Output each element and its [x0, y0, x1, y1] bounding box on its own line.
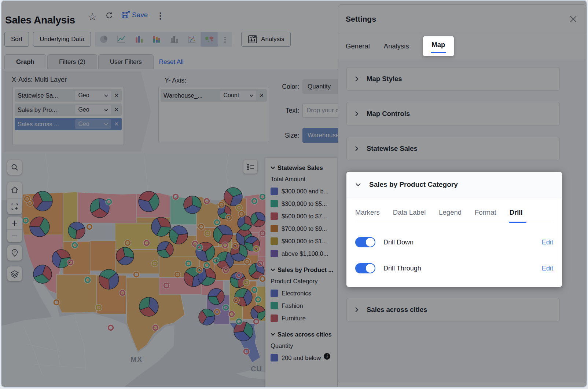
legend-section-title[interactable]: Statewise Sales: [271, 162, 336, 173]
refresh-icon[interactable]: [105, 11, 114, 20]
chevron-right-icon: [355, 307, 359, 313]
x-axis-dropzone[interactable]: Statewise Sa... Geo ✕ Sales by Pro... Ge…: [12, 87, 124, 145]
map-layers-button[interactable]: [7, 266, 22, 281]
underlying-data-button[interactable]: Underlying Data: [33, 32, 91, 47]
map-search-button[interactable]: [7, 160, 22, 175]
accordion-map-styles[interactable]: Map Styles: [346, 67, 560, 91]
chevron-down-icon: [355, 183, 361, 186]
analysis-button[interactable]: Analysis: [241, 32, 291, 47]
legend-entry: $500,000 to $7...: [271, 210, 336, 222]
pie-chart-icon[interactable]: [95, 32, 113, 47]
remove-chip-icon[interactable]: ✕: [259, 92, 264, 99]
home-extent-icon[interactable]: [7, 182, 22, 198]
geo-type-select[interactable]: Geo: [75, 105, 111, 114]
axis-chip-sales-by-product[interactable]: Sales by Pro... Geo ✕: [15, 103, 122, 116]
aggregate-select[interactable]: Count: [220, 91, 256, 100]
drill-down-edit-link[interactable]: Edit: [542, 239, 553, 246]
legend-entry-label: $300,000 to $5...: [282, 200, 327, 207]
zoom-out-icon[interactable]: [7, 229, 22, 242]
legend-entry-label: $500,000 to $7...: [282, 213, 327, 220]
legend-entry: Electronics: [271, 287, 336, 299]
tab-data-label[interactable]: Data Label: [393, 208, 426, 223]
scatter-chart-icon[interactable]: [183, 32, 201, 47]
map-chart-icon[interactable]: [201, 32, 218, 47]
geo-type-select[interactable]: Geo: [75, 91, 111, 100]
settings-tab-map[interactable]: Map: [423, 36, 454, 56]
drill-through-edit-link[interactable]: Edit: [542, 265, 553, 272]
axis-chip-warehouse[interactable]: Warehouse_... Count ✕: [161, 89, 267, 102]
reset-all-link[interactable]: Reset All: [159, 58, 184, 66]
legend-entry: $900,000 to $1...: [271, 235, 336, 247]
remove-chip-icon[interactable]: ✕: [114, 121, 119, 127]
legend-entry-label: above $1,100,0...: [282, 250, 328, 257]
tab-user-filters[interactable]: User Filters: [98, 54, 154, 69]
column-chart-icon[interactable]: [165, 32, 183, 47]
y-axis-dropzone[interactable]: Warehouse_... Count ✕: [158, 87, 269, 142]
legend-entry: 200 and belowi: [271, 352, 336, 364]
save-button[interactable]: * Save: [121, 11, 148, 19]
remove-chip-icon[interactable]: ✕: [114, 92, 119, 99]
drill-through-toggle[interactable]: [355, 263, 375, 273]
accordion-sales-by-product-category: Sales by Product Category Markers Data L…: [346, 172, 562, 287]
legend-entry: above $1,100,0...: [271, 247, 336, 260]
legend-entry: Furniture: [271, 312, 336, 324]
accordion-statewise-sales[interactable]: Statewise Sales: [346, 137, 560, 160]
zoom-in-icon[interactable]: [7, 217, 22, 229]
tab-filters[interactable]: Filters (2): [47, 54, 97, 69]
geo-type-select[interactable]: Geo: [75, 119, 111, 129]
active-tab-underline: [431, 52, 446, 53]
view-tabs: Graph Filters (2) User Filters Reset All: [4, 54, 184, 69]
settings-title: Settings: [346, 15, 376, 23]
tab-legend[interactable]: Legend: [439, 208, 462, 223]
chevron-down-icon: [104, 123, 108, 126]
chevron-down-icon: [104, 109, 108, 111]
favorite-star-icon[interactable]: ☆: [88, 11, 97, 23]
close-icon[interactable]: [569, 14, 578, 24]
info-icon[interactable]: i: [324, 353, 330, 360]
app-window: Sales Analysis ☆ * Save ⋮ Sort Underlyin…: [1, 0, 587, 388]
legend-toggle-button[interactable]: [243, 160, 257, 174]
tab-markers[interactable]: Markers: [355, 208, 380, 223]
bar-chart-icon[interactable]: [130, 32, 148, 47]
axis-chip-statewise-sales[interactable]: Statewise Sa... Geo ✕: [15, 89, 122, 102]
chevron-right-icon: [355, 111, 359, 117]
layer-settings-tabs: Markers Data Label Legend Format Drill: [346, 197, 562, 223]
legend-entry: $300,000 and b...: [271, 185, 336, 197]
legend-section: Statewise SalesTotal Amount$300,000 and …: [271, 162, 336, 260]
settings-tab-general[interactable]: General: [346, 42, 370, 50]
remove-chip-icon[interactable]: ✕: [114, 106, 119, 113]
accordion-map-controls[interactable]: Map Controls: [346, 102, 560, 126]
axis-chip-sales-across-cities[interactable]: Sales across ... Geo ✕: [15, 118, 122, 130]
tab-format[interactable]: Format: [475, 208, 496, 223]
chevron-right-icon: [355, 146, 359, 152]
accordion-header-sales-by-product-category[interactable]: Sales by Product Category: [346, 172, 562, 197]
map-locate-group: ?: [7, 245, 22, 261]
chart-toolbar: Sort Underlying Data ⋮: [4, 32, 291, 47]
more-options-icon[interactable]: ⋮: [156, 11, 165, 21]
drill-down-toggle[interactable]: [355, 237, 375, 247]
sort-button[interactable]: Sort: [4, 32, 29, 47]
tab-graph[interactable]: Graph: [4, 54, 46, 69]
map-canvas[interactable]: MX CU ?: [1, 153, 338, 388]
svg-text:?: ?: [14, 250, 15, 254]
save-label: Save: [132, 11, 148, 19]
legend-entry-label: Electronics: [282, 290, 311, 297]
layers-icon[interactable]: [7, 266, 22, 281]
legend-section: Sales by Product ...Product CategoryElec…: [271, 264, 336, 324]
legend-swatch: [271, 212, 278, 220]
more-chart-types-icon[interactable]: ⋮: [218, 35, 232, 44]
toggle-knob: [366, 238, 375, 247]
legend-swatch: [271, 315, 278, 322]
legend-panel: Statewise SalesTotal Amount$300,000 and …: [265, 158, 337, 388]
legend-section-title[interactable]: Sales across cities: [271, 329, 336, 340]
zoom-to-selection-icon[interactable]: [7, 198, 22, 214]
legend-section-title[interactable]: Sales by Product ...: [271, 264, 336, 275]
tab-drill[interactable]: Drill: [510, 208, 523, 223]
settings-tab-analysis[interactable]: Analysis: [384, 42, 409, 50]
search-icon[interactable]: [7, 160, 22, 175]
locate-help-icon[interactable]: ?: [7, 245, 22, 261]
settings-panel: Settings General Analysis Map Map Styles…: [338, 4, 587, 383]
stacked-bar-chart-icon[interactable]: [148, 32, 165, 47]
line-chart-icon[interactable]: [113, 32, 130, 47]
accordion-sales-across-cities[interactable]: Sales across cities: [346, 298, 560, 321]
